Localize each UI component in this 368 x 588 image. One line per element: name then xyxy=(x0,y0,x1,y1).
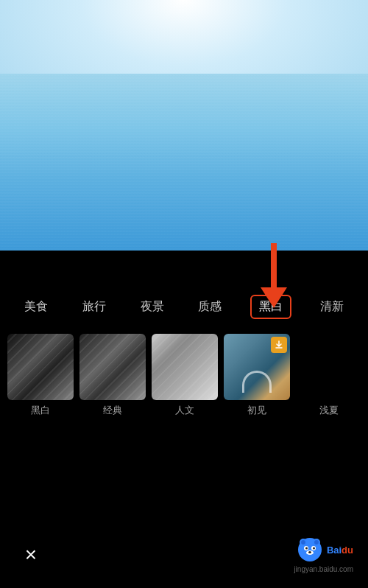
arrow-head xyxy=(261,287,287,308)
svg-point-7 xyxy=(305,547,308,550)
preset-label-chujian: 初见 xyxy=(247,404,266,417)
filter-tabs: 美食 旅行 夜景 质感 黑白 清新 xyxy=(0,280,368,328)
preset-thumb-renwen xyxy=(152,334,218,400)
tab-yejing[interactable]: 夜景 xyxy=(135,296,170,318)
svg-point-4 xyxy=(314,540,319,545)
arrow-shaft xyxy=(271,243,277,287)
baidu-watermark: Baidu jingyan.baidu.com xyxy=(294,536,353,573)
svg-point-8 xyxy=(313,547,315,550)
download-badge xyxy=(271,337,287,353)
thumb-texture xyxy=(79,334,146,400)
arch-shape xyxy=(242,371,272,393)
preset-chujian[interactable]: 初见 xyxy=(224,334,290,417)
tab-lvxing[interactable]: 旅行 xyxy=(77,296,112,318)
thumb-texture xyxy=(152,334,218,400)
svg-point-10 xyxy=(308,551,311,553)
svg-point-3 xyxy=(301,540,305,545)
preset-qianxia[interactable]: 浅夏 xyxy=(296,334,362,417)
baidu-sub-text: jingyan.baidu.com xyxy=(294,565,353,573)
baidu-label: Baidu xyxy=(327,545,353,556)
bottom-toolbar: × xyxy=(0,527,368,588)
preset-thumb-heibai xyxy=(7,334,74,400)
preset-label-renwen: 人文 xyxy=(175,404,194,417)
preset-heibai[interactable]: 黑白 xyxy=(7,334,74,417)
tab-qingxin[interactable]: 清新 xyxy=(314,296,350,318)
preset-renwen[interactable]: 人文 xyxy=(152,334,218,417)
download-icon xyxy=(275,340,283,349)
app: 美食 旅行 夜景 质感 黑白 清新 黑白 经典 xyxy=(0,0,368,588)
baidu-logo-area: Baidu xyxy=(296,536,353,564)
bottom-panel: 美食 旅行 夜景 质感 黑白 清新 黑白 经典 xyxy=(0,251,368,588)
tab-meishi[interactable]: 美食 xyxy=(18,296,54,318)
photo-water xyxy=(0,74,368,251)
filter-presets: 黑白 经典 人文 xyxy=(0,328,368,423)
photo-area xyxy=(0,0,368,251)
preset-thumb-chujian xyxy=(224,334,290,400)
thumb-texture xyxy=(7,334,74,400)
preset-thumb-qianxia xyxy=(296,334,362,400)
preset-label-heibai: 黑白 xyxy=(31,404,50,417)
baidu-text-area: Baidu xyxy=(327,545,353,556)
close-button[interactable]: × xyxy=(15,539,47,571)
preset-thumb-jingdian xyxy=(79,334,146,400)
baidu-bear-icon xyxy=(296,536,324,564)
tab-zhigan[interactable]: 质感 xyxy=(192,296,227,318)
preset-label-qianxia: 浅夏 xyxy=(319,404,339,417)
arrow-indicator xyxy=(261,243,287,308)
preset-label-jingdian: 经典 xyxy=(103,404,122,417)
preset-jingdian[interactable]: 经典 xyxy=(79,334,146,417)
